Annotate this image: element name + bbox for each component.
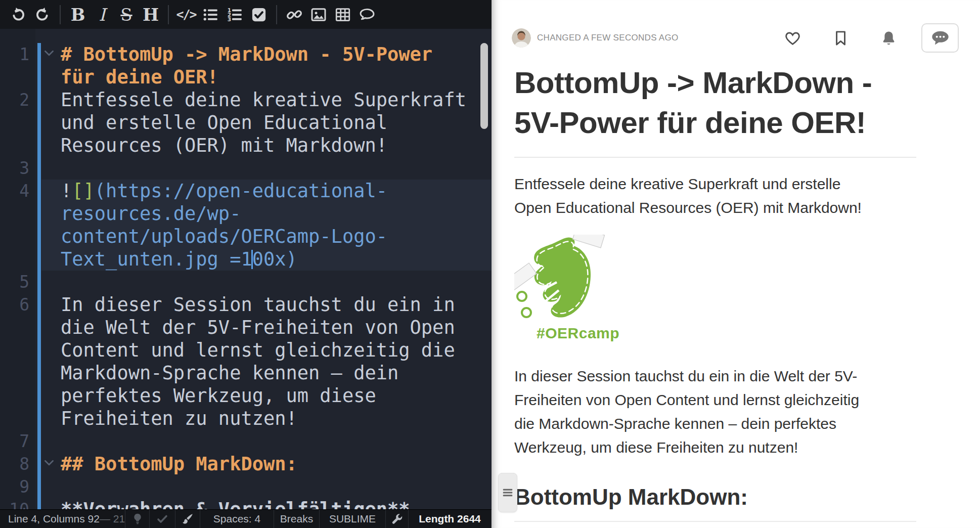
- comment-button[interactable]: [355, 3, 379, 27]
- editor-line-7[interactable]: 7: [0, 430, 492, 453]
- changed-lines-indicator: [37, 453, 41, 475]
- toolbar-divider: [276, 5, 277, 24]
- status-spellcheck[interactable]: [150, 510, 175, 528]
- user-avatar[interactable]: [512, 28, 531, 48]
- bold-icon: B: [71, 6, 85, 23]
- status-keymap-setting-label: SUBLIME: [329, 513, 376, 525]
- code-icon: </>: [176, 7, 196, 22]
- line-number: 1: [0, 43, 29, 66]
- numbered-list-icon: 123: [227, 7, 242, 22]
- task-list-button[interactable]: [247, 3, 271, 27]
- oercamp-logo-image: #OERcamp: [514, 235, 615, 342]
- editor-line-4[interactable]: 4![](https://open-educational-resources.…: [0, 180, 492, 271]
- editor-line-5[interactable]: 5: [0, 271, 492, 293]
- status-indent-setting[interactable]: Spaces: 4: [200, 510, 274, 528]
- status-linebreak-setting-label: Breaks: [280, 513, 313, 525]
- code-area[interactable]: 1# BottomUp -> MarkDown - 5V-Powerfür de…: [0, 43, 492, 509]
- toc-toggle[interactable]: [498, 473, 517, 512]
- line-number: 8: [0, 453, 29, 475]
- line-text: [61, 430, 492, 453]
- editor-pane: BISH</>123 1# BottomUp -> MarkDown - 5V-…: [0, 0, 492, 528]
- note-paragraph-2: In dieser Session tauchst du ein in die …: [514, 364, 916, 459]
- bullet-list-icon: [203, 7, 218, 22]
- avatar-photo: [512, 28, 531, 48]
- task-list-icon: [251, 7, 266, 22]
- redo-button[interactable]: [30, 3, 55, 27]
- line-number: 7: [0, 430, 29, 453]
- preview-header: CHANGED A FEW SECONDS AGO: [492, 0, 980, 56]
- table-button[interactable]: [331, 3, 355, 27]
- line-text: # BottomUp -> MarkDown - 5V-Powerfür dei…: [61, 43, 492, 89]
- text-cursor: [251, 250, 253, 269]
- lightbulb-icon: [131, 513, 144, 525]
- bullet-list-button[interactable]: [198, 3, 222, 27]
- undo-icon: [11, 7, 26, 22]
- status-keymap-setting[interactable]: SUBLIME: [320, 510, 386, 528]
- line-number: 4: [0, 180, 29, 202]
- editor-toolbar: BISH</>123: [0, 0, 492, 29]
- line-text: **Verwahren & Vervielfältigen**: [61, 498, 492, 509]
- editor-line-9[interactable]: 9: [0, 475, 492, 498]
- line-text: [61, 475, 492, 498]
- note-title: BottomUp -> MarkDown - 5V-Power für dein…: [514, 63, 916, 158]
- image-button[interactable]: [306, 3, 331, 27]
- status-cursor-position-label: Line 4, Columns 92: [8, 513, 100, 525]
- note-paragraph-1: Entfessele deine kreative Superkraft und…: [514, 172, 916, 219]
- editor-line-1[interactable]: 1# BottomUp -> MarkDown - 5V-Powerfür de…: [0, 43, 492, 89]
- status-preferences[interactable]: [386, 510, 409, 528]
- status-doc-length-label: Length 2644: [419, 513, 481, 525]
- status-theme[interactable]: [175, 510, 200, 528]
- fold-chevron-icon[interactable]: [42, 456, 56, 469]
- bookmark-button[interactable]: [832, 30, 849, 47]
- link-icon: [287, 7, 302, 22]
- fold-chevron-icon[interactable]: [42, 47, 56, 60]
- bold-button[interactable]: B: [66, 3, 90, 27]
- code-button[interactable]: </>: [174, 3, 198, 27]
- editor-line-6[interactable]: 6In dieser Session tauchst du ein indie …: [0, 293, 492, 430]
- changed-lines-indicator: [37, 293, 41, 430]
- changed-lines-indicator: [37, 430, 41, 453]
- comments-button[interactable]: [921, 23, 959, 53]
- strikethrough-button[interactable]: S: [114, 3, 139, 27]
- table-icon: [335, 7, 350, 22]
- redo-icon: [35, 7, 50, 22]
- editor-line-3[interactable]: 3: [0, 157, 492, 180]
- heart-button[interactable]: [784, 30, 801, 47]
- toolbar-divider: [60, 5, 61, 24]
- status-doc-length[interactable]: Length 2644: [409, 510, 492, 528]
- rendered-note: BottomUp -> MarkDown - 5V-Power für dein…: [492, 63, 916, 522]
- image-icon: [311, 7, 326, 22]
- brush-icon: [182, 513, 194, 525]
- comment-filled-icon: [931, 29, 950, 48]
- changed-lines-indicator: [37, 157, 41, 180]
- undo-button[interactable]: [6, 3, 30, 27]
- numbered-list-button[interactable]: 123: [222, 3, 247, 27]
- link-button[interactable]: [282, 3, 306, 27]
- heart-icon: [784, 30, 801, 47]
- editor-line-2[interactable]: 2Entfessele deine kreative Superkraftund…: [0, 89, 492, 157]
- changed-lines-indicator: [37, 498, 41, 509]
- line-text: ![](https://open-educational-resources.d…: [61, 180, 492, 271]
- italic-button[interactable]: I: [90, 3, 114, 27]
- svg-text:3: 3: [228, 16, 231, 22]
- changed-lines-indicator: [37, 271, 41, 293]
- status-hint[interactable]: [125, 510, 150, 528]
- line-text: [61, 157, 492, 180]
- status-linebreak-setting[interactable]: Breaks: [274, 510, 320, 528]
- editor-line-10[interactable]: 10**Verwahren & Vervielfältigen**: [0, 498, 492, 509]
- status-indent-setting-label: Spaces: 4: [213, 513, 260, 525]
- toolbar-divider: [168, 5, 169, 24]
- last-changed-status: CHANGED A FEW SECONDS AGO: [537, 33, 679, 43]
- heading-button[interactable]: H: [139, 3, 163, 27]
- bell-button[interactable]: [880, 30, 897, 47]
- editor-body[interactable]: 1# BottomUp -> MarkDown - 5V-Powerfür de…: [0, 29, 492, 509]
- italic-icon: I: [99, 6, 105, 23]
- bell-icon: [880, 30, 897, 47]
- logo-caption: #OERcamp: [514, 325, 615, 342]
- changed-lines-indicator: [37, 43, 41, 89]
- status-cursor-position[interactable]: Line 4, Columns 92 — 21: [0, 510, 125, 528]
- line-number: 5: [0, 271, 29, 293]
- changed-lines-indicator: [37, 475, 41, 498]
- editor-line-8[interactable]: 8## BottomUp MarkDown:: [0, 453, 492, 475]
- line-number: 10: [0, 498, 29, 509]
